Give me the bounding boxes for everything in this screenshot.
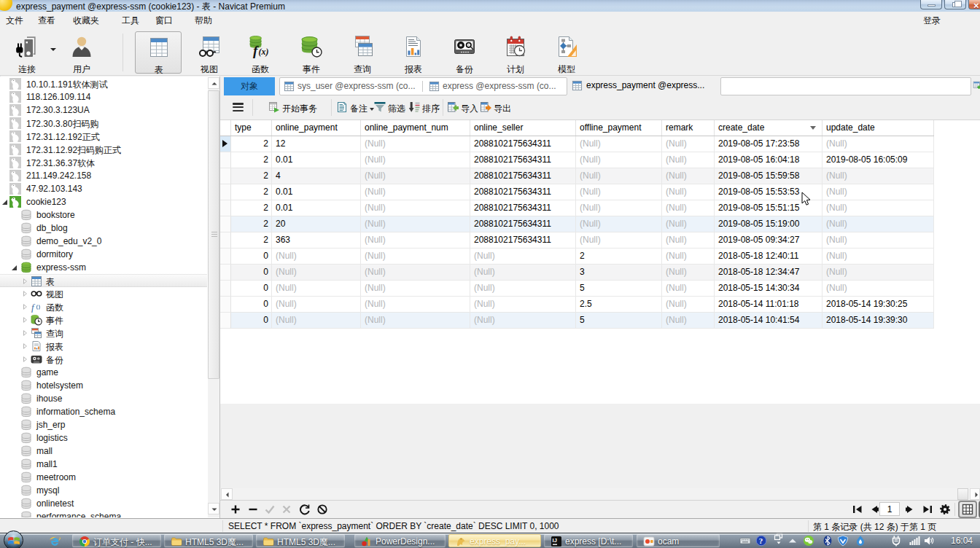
table-cell[interactable]: (Null) bbox=[272, 248, 361, 265]
tree-item[interactable]: hotelsystem bbox=[0, 379, 207, 392]
tree-item[interactable]: demo_edu_v2_0 bbox=[0, 235, 207, 248]
tree-item[interactable]: 118.126.109.114 bbox=[0, 90, 207, 103]
tray-icon[interactable] bbox=[739, 535, 751, 547]
tree-expand-icon[interactable] bbox=[22, 278, 29, 285]
table-cell[interactable]: (Null) bbox=[662, 216, 715, 232]
menu-item[interactable]: 文件 bbox=[6, 15, 23, 27]
row-selector[interactable] bbox=[220, 313, 231, 329]
taskbar-button[interactable]: 订单支付 - 快... bbox=[72, 534, 161, 547]
tree-expand-icon[interactable] bbox=[2, 159, 9, 166]
table-cell[interactable]: 2088102175634311 bbox=[470, 232, 576, 248]
row-selector[interactable] bbox=[220, 136, 231, 152]
tree-expand-icon[interactable] bbox=[2, 106, 9, 114]
row-selector[interactable] bbox=[220, 281, 231, 297]
tree-expand-icon[interactable] bbox=[12, 487, 19, 494]
table-row[interactable]: 2 0.01 (Null) 2088102175634311 (Null) (N… bbox=[220, 184, 934, 200]
tree-item[interactable]: 表 bbox=[0, 274, 207, 287]
row-selector[interactable] bbox=[220, 152, 231, 168]
tree-scrollbar-thumb[interactable] bbox=[208, 90, 219, 379]
grid-hscrollbar[interactable] bbox=[220, 488, 980, 500]
table-cell[interactable]: (Null) bbox=[361, 281, 470, 297]
table-row[interactable]: 0 (Null) (Null) (Null) 2 (Null) bbox=[220, 248, 934, 265]
tray-icon[interactable] bbox=[755, 535, 767, 547]
table-cell[interactable]: (Null) bbox=[272, 313, 361, 329]
table-cell[interactable]: 2019-08-05 15:19:00 bbox=[715, 216, 822, 232]
tray-icon[interactable] bbox=[837, 535, 849, 547]
tree-expand-icon[interactable] bbox=[12, 264, 19, 271]
settings-gear-icon[interactable] bbox=[939, 504, 951, 515]
table-cell[interactable]: (Null) bbox=[361, 152, 470, 168]
tree-item[interactable]: db_blog bbox=[0, 222, 207, 235]
table-cell[interactable]: 2018-05-14 10:41:54 bbox=[715, 313, 822, 329]
grid-view-button[interactable] bbox=[958, 501, 977, 518]
table-cell[interactable]: 2018-05-18 12:40:11 bbox=[715, 248, 822, 265]
taskbar-button[interactable]: HTML5 3D魔... bbox=[164, 534, 253, 547]
tree-item[interactable]: 172.31.36.37软体 bbox=[0, 156, 207, 169]
table-cell[interactable]: (Null) bbox=[361, 184, 470, 200]
table-cell[interactable]: (Null) bbox=[662, 265, 715, 281]
tree-item[interactable]: 视图 bbox=[0, 287, 207, 300]
table-cell[interactable]: (Null) bbox=[470, 265, 576, 281]
table-cell[interactable]: 2 bbox=[231, 216, 272, 232]
taskbar-button[interactable] bbox=[40, 534, 69, 547]
tree-item[interactable]: ihouse bbox=[0, 392, 207, 405]
scroll-up-button[interactable] bbox=[208, 77, 219, 89]
toolbar-button[interactable]: 计划 bbox=[492, 31, 539, 74]
toolbar-button[interactable]: 连接 bbox=[4, 31, 50, 74]
table-cell[interactable]: 2 bbox=[231, 136, 272, 152]
table-cell[interactable]: 5 bbox=[576, 281, 662, 297]
table-cell[interactable]: 0 bbox=[231, 297, 272, 313]
toolbar-button[interactable]: 备份 bbox=[441, 31, 488, 74]
table-row[interactable]: 0 (Null) (Null) (Null) 5 (Null) bbox=[220, 313, 934, 329]
dropdown-arrow-icon[interactable] bbox=[50, 48, 56, 51]
tree-expand-icon[interactable] bbox=[12, 251, 19, 258]
toolbar-button[interactable]: 视图 bbox=[186, 31, 233, 74]
table-cell[interactable]: 2088102175634311 bbox=[470, 168, 576, 184]
tree-expand-icon[interactable] bbox=[12, 382, 19, 389]
table-cell[interactable]: 2019-08-05 09:34:27 bbox=[715, 232, 822, 248]
table-cell[interactable]: 2 bbox=[231, 184, 272, 200]
tree-item[interactable]: 函数 bbox=[0, 300, 207, 313]
tree-expand-icon[interactable] bbox=[12, 513, 19, 517]
tree-expand-icon[interactable] bbox=[12, 461, 19, 468]
login-label[interactable]: 登录 bbox=[923, 15, 941, 27]
table-cell[interactable]: (Null) bbox=[662, 136, 715, 152]
table-row[interactable]: 2 4 (Null) 2088102175634311 (Null) (Null… bbox=[220, 168, 934, 184]
tree-expand-icon[interactable] bbox=[22, 290, 29, 297]
previous-record-icon[interactable] bbox=[868, 504, 880, 515]
grid-hscrollbar-thumb[interactable] bbox=[957, 488, 968, 500]
tree-expand-icon[interactable] bbox=[22, 342, 29, 350]
tree-item[interactable]: mysql bbox=[0, 484, 207, 497]
tab-objects[interactable]: 对象 bbox=[224, 77, 275, 95]
table-cell[interactable]: 0 bbox=[231, 248, 272, 265]
toolbar-button[interactable]: 表 bbox=[135, 31, 182, 74]
tray-icon[interactable] bbox=[890, 535, 902, 547]
restore-button[interactable] bbox=[944, 0, 966, 9]
tree-expand-icon[interactable] bbox=[12, 447, 19, 455]
last-record-icon[interactable] bbox=[922, 504, 933, 515]
tree-item[interactable]: 备份 bbox=[0, 353, 207, 366]
tree-expand-icon[interactable] bbox=[12, 421, 19, 428]
tray-icon[interactable] bbox=[923, 535, 935, 547]
column-header[interactable]: remark bbox=[662, 120, 715, 136]
table-cell[interactable]: (Null) bbox=[272, 297, 361, 313]
table-cell[interactable]: 0.01 bbox=[272, 152, 361, 168]
table-cell[interactable]: 363 bbox=[272, 232, 361, 248]
tree-item[interactable]: dormitory bbox=[0, 248, 207, 261]
table-cell[interactable]: 2 bbox=[576, 248, 662, 265]
table-cell[interactable]: (Null) bbox=[576, 136, 662, 152]
tab-express-payment-active[interactable]: express_payment @express... bbox=[567, 77, 720, 95]
tree-expand-icon[interactable] bbox=[2, 172, 9, 179]
tab-express[interactable]: express @express-ssm (co... bbox=[425, 78, 566, 95]
tree-expand-icon[interactable] bbox=[12, 369, 19, 376]
tree-item[interactable]: 172.30.3.80扫码购 bbox=[0, 117, 207, 130]
table-cell[interactable]: (Null) bbox=[576, 200, 662, 216]
tray-icon[interactable] bbox=[773, 533, 785, 544]
table-cell[interactable]: (Null) bbox=[662, 281, 715, 297]
tree-expand-icon[interactable] bbox=[22, 329, 29, 337]
table-cell[interactable]: (Null) bbox=[822, 248, 934, 265]
taskbar-button[interactable]: express [D:\t... bbox=[544, 534, 633, 547]
table-cell[interactable]: (Null) bbox=[662, 184, 715, 200]
add-record-icon[interactable] bbox=[230, 504, 241, 515]
toolbar-button[interactable]: 用户 bbox=[58, 31, 105, 74]
